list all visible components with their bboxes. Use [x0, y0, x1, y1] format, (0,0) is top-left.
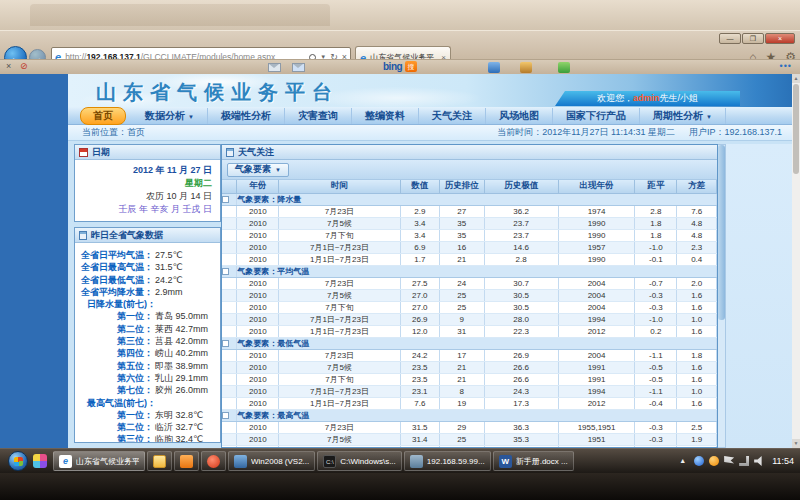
mail2-icon[interactable]: [292, 63, 305, 72]
action-center-flag-icon[interactable]: [724, 456, 734, 466]
table-row[interactable]: 20107月下旬27.02530.52004-0.31.6: [222, 301, 717, 313]
nav-item-4[interactable]: 灾害查询: [285, 108, 352, 124]
cell: 25: [440, 289, 485, 301]
table-row[interactable]: 20107月5候31.42535.31951-0.31.9: [222, 433, 717, 445]
taskbar-window-5[interactable]: Win2008 (VS2...: [228, 451, 315, 471]
taskbar-window-4[interactable]: [201, 451, 226, 471]
table-row[interactable]: 20101月1日~7月23日1.7212.81990-0.10.4: [222, 253, 717, 265]
nav-item-2[interactable]: 数据分析▼: [132, 108, 208, 124]
cell: 7月1日~7月23日: [279, 385, 400, 397]
cell: 2010: [237, 373, 279, 385]
nav-item-3[interactable]: 极端性分析: [208, 108, 285, 124]
col-header: 年份: [237, 180, 279, 193]
network-icon[interactable]: [739, 456, 749, 466]
table-row[interactable]: 20107月1日~7月23日6.91614.61957-1.02.3: [222, 241, 717, 253]
table-row[interactable]: 20107月1日~7月23日26.9928.01994-1.01.0: [222, 313, 717, 325]
nav-item-9[interactable]: 周期性分析▼: [640, 108, 726, 124]
table-row[interactable]: 20107月5候3.43523.719901.84.8: [222, 217, 717, 229]
col-header: 历史极值: [484, 180, 558, 193]
toolbar-app1-icon[interactable]: [488, 62, 500, 73]
cell: 27.0: [400, 289, 440, 301]
scroll-up-icon[interactable]: ▲: [792, 74, 800, 83]
table-row[interactable]: 20107月下旬3.43523.719901.84.8: [222, 229, 717, 241]
taskbar-window-2[interactable]: [147, 451, 172, 471]
scrollbar-thumb[interactable]: [793, 84, 799, 174]
element-filter-button[interactable]: 气象要素▼: [227, 163, 289, 177]
vm-icon: [234, 455, 247, 468]
taskbar-window-8[interactable]: W新手册.docx ...: [493, 451, 574, 471]
cmd-icon: C:\: [323, 455, 336, 468]
windows-flag-icon: [14, 457, 23, 466]
cell: 16: [440, 241, 485, 253]
toolbar-app3-icon[interactable]: [558, 62, 570, 73]
main-panel-title: 天气关注: [238, 146, 274, 159]
taskbar-window-3[interactable]: [174, 451, 199, 471]
cell: 1月1日~7月23日: [279, 397, 400, 409]
cell: 7月1日~7月23日: [279, 313, 400, 325]
calendar-panel-title: 日期: [92, 146, 110, 159]
toolbar-app2-icon[interactable]: [520, 62, 532, 73]
table-row[interactable]: 20101月1日~7月23日7.61917.32012-0.41.6: [222, 397, 717, 409]
tray-app-icon[interactable]: [694, 456, 704, 466]
table-row[interactable]: 20107月23日24.21726.92004-1.11.8: [222, 349, 717, 361]
stat-value: 2.9mm: [155, 287, 183, 297]
nav-item-6[interactable]: 天气关注: [419, 108, 486, 124]
table-row[interactable]: 20107月23日2.92736.219742.87.6: [222, 205, 717, 217]
cell: 27: [440, 205, 485, 217]
taskbar-window-6[interactable]: C:\C:\Windows\s...: [317, 451, 402, 471]
weather-rank-item: 第四位：崂山 40.2mm: [117, 347, 218, 359]
col-header: 历史排位: [440, 180, 485, 193]
cell: 2.3: [677, 241, 717, 253]
taskbar-clock[interactable]: 11:54: [772, 456, 794, 466]
start-button[interactable]: [8, 451, 28, 471]
cell: 1994: [558, 385, 635, 397]
word-icon: W: [499, 455, 512, 468]
cell: 26.6: [484, 361, 558, 373]
table-row[interactable]: 20107月23日31.52936.31955,1951-0.32.5: [222, 421, 717, 433]
nav-item-5[interactable]: 整编资料: [352, 108, 419, 124]
cell: 1990: [558, 253, 635, 265]
table-row[interactable]: 20107月下旬23.52126.61991-0.51.6: [222, 373, 717, 385]
panel-scrollbar-thumb[interactable]: [718, 145, 725, 320]
cell: -0.3: [635, 445, 677, 447]
taskbar-window-1[interactable]: e山东省气候业务平...: [53, 451, 145, 471]
show-hidden-icons[interactable]: ▲: [679, 456, 689, 466]
table-row[interactable]: 20107月5候23.52126.61991-0.51.6: [222, 361, 717, 373]
group-title: 气象要素：平均气温: [237, 265, 717, 277]
group-checkbox[interactable]: [222, 412, 229, 419]
nav-item-1[interactable]: 首页: [80, 107, 126, 125]
weather-rank-item: 第二位：临沂 32.7℃: [117, 421, 218, 433]
cell: -0.5: [635, 373, 677, 385]
group-checkbox[interactable]: [222, 196, 229, 203]
cell: 2010: [237, 253, 279, 265]
cell: 0.4: [677, 253, 717, 265]
panel-scrollbar[interactable]: [718, 144, 726, 448]
background-window-strip: [0, 0, 800, 30]
table-row[interactable]: 20101月1日~7月23日12.03122.320120.21.6: [222, 325, 717, 337]
scroll-down-icon[interactable]: ▼: [792, 439, 800, 448]
table-row[interactable]: 20107月下旬31.42535.31951-0.31.9: [222, 445, 717, 447]
cell: 3.4: [400, 217, 440, 229]
table-row[interactable]: 20107月23日27.52430.72004-0.72.0: [222, 277, 717, 289]
browser-scrollbar[interactable]: ▲ ▼: [792, 74, 800, 448]
tray-security-icon[interactable]: [709, 456, 719, 466]
table-row[interactable]: 20107月1日~7月23日23.1824.31994-1.11.0: [222, 385, 717, 397]
cell: 7月5候: [279, 361, 400, 373]
taskbar-window-7[interactable]: 192.168.59.99...: [404, 451, 491, 471]
table-row[interactable]: 20107月5候27.02530.52004-0.31.6: [222, 289, 717, 301]
cell: 36.3: [484, 421, 558, 433]
nav-item-7[interactable]: 风场地图: [486, 108, 553, 124]
bing-search[interactable]: bing 搜: [383, 61, 417, 72]
group-checkbox[interactable]: [222, 268, 229, 275]
more-options-icon[interactable]: •••: [780, 61, 792, 71]
speaker-icon[interactable]: [754, 456, 764, 466]
toolbar-close-icon[interactable]: ×: [6, 61, 11, 71]
pinned-app-icon[interactable]: [33, 454, 47, 468]
nav-item-8[interactable]: 国家下行产品: [553, 108, 640, 124]
bing-search-button[interactable]: 搜: [405, 61, 417, 72]
cell: 29: [440, 421, 485, 433]
group-checkbox[interactable]: [222, 340, 229, 347]
row-select-cell: [222, 397, 237, 409]
mail-icon[interactable]: [268, 63, 281, 72]
cell: 2.9: [400, 205, 440, 217]
